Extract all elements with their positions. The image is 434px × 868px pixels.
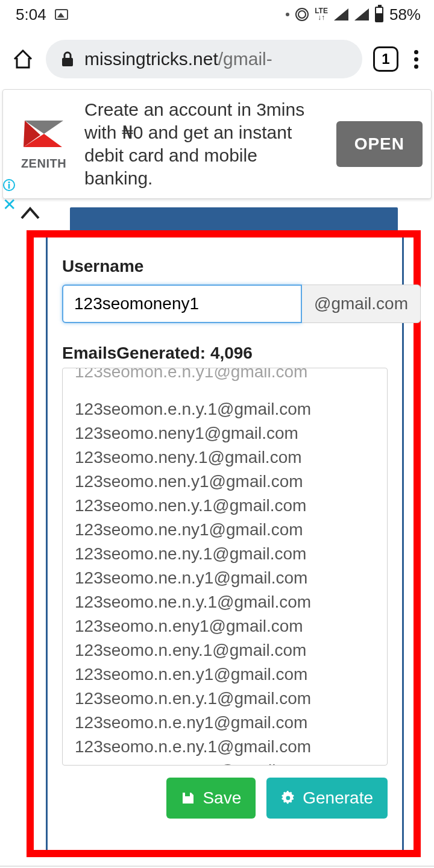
generate-button-label: Generate <box>303 788 373 808</box>
list-item: 123seomo.nen.y1@gmail.com <box>75 470 375 494</box>
tab-count: 1 <box>382 51 389 68</box>
highlight-frame: Username @gmail.com EmailsGenerated: 4,0… <box>27 230 421 857</box>
omnibox[interactable]: missingtricks.net/gmail- <box>46 40 362 78</box>
generated-emails-list[interactable]: 123seomon.e.n.y1@gmail.com 123seomon.e.n… <box>62 368 388 766</box>
action-buttons-row: Save Generate <box>62 778 388 819</box>
list-item: 123seomo.nen.y.1@gmail.com <box>75 494 375 518</box>
save-icon <box>181 791 195 805</box>
android-status-bar: 5:04 LTE ↓↑ 58% <box>0 0 434 29</box>
url-path: /gmail- <box>218 49 272 69</box>
battery-icon <box>375 7 383 22</box>
generator-panel: Username @gmail.com EmailsGenerated: 4,0… <box>46 237 404 850</box>
svg-point-5 <box>8 181 10 183</box>
list-item: 123seomo.neny.1@gmail.com <box>75 445 375 470</box>
list-item: 123seomo.n.eny1@gmail.com <box>75 614 375 638</box>
list-item: 123seomo.neny1@gmail.com <box>75 421 375 445</box>
list-item: 123seomo.n.en.y.1@gmail.com <box>75 687 375 711</box>
list-item: 123seomo.n.e.n.y1@gmail.com <box>75 759 375 766</box>
svg-rect-6 <box>8 184 10 189</box>
generate-button[interactable]: Generate <box>266 778 388 819</box>
hotspot-icon <box>295 8 309 21</box>
gear-icon <box>281 791 295 805</box>
ad-logo: ZENITH <box>9 118 78 171</box>
generated-count-value: 4,096 <box>210 344 253 362</box>
url-host: missingtricks.net <box>84 49 218 69</box>
save-button-label: Save <box>203 788 241 808</box>
lock-icon <box>60 51 75 68</box>
ad-card[interactable]: ZENITH Create an account in 3mins with ₦… <box>2 89 432 199</box>
list-item: 123seomon.e.n.y.1@gmail.com <box>75 397 375 421</box>
url-text: missingtricks.net/gmail- <box>84 49 272 69</box>
list-item: 123seomo.n.e.ny.1@gmail.com <box>75 735 375 759</box>
page-bottom-divider <box>0 866 434 867</box>
domain-suffix-badge: @gmail.com <box>302 285 421 323</box>
zenith-logo-icon <box>20 118 68 157</box>
lte-arrows-icon: ↓↑ <box>318 14 325 21</box>
save-button[interactable]: Save <box>166 778 256 819</box>
list-item: 123seomo.ne.ny1@gmail.com <box>75 518 375 542</box>
username-input[interactable] <box>62 285 302 323</box>
list-item: 123seomo.ne.n.y.1@gmail.com <box>75 590 375 614</box>
ad-copy-text: Create an account in 3mins with ₦0 and g… <box>84 98 330 190</box>
list-item: 123seomo.n.e.ny1@gmail.com <box>75 711 375 735</box>
list-item: 123seomo.n.en.y1@gmail.com <box>75 662 375 687</box>
image-notification-icon <box>55 9 68 20</box>
list-item: 123seomo.ne.n.y1@gmail.com <box>75 566 375 590</box>
list-item: 123seomo.ne.ny.1@gmail.com <box>75 542 375 566</box>
ad-info-icon[interactable] <box>2 178 16 194</box>
signal-icon-2 <box>354 8 369 20</box>
page-header-bar <box>70 207 398 233</box>
generated-count-line: EmailsGenerated: 4,096 <box>62 344 388 363</box>
dot-indicator-icon <box>286 13 289 16</box>
home-icon[interactable] <box>11 47 35 71</box>
lte-indicator-icon: LTE ↓↑ <box>315 8 328 21</box>
collapse-chevron-icon[interactable] <box>18 201 42 225</box>
battery-percent: 58% <box>389 5 421 24</box>
svg-rect-0 <box>62 58 73 66</box>
ad-open-button[interactable]: OPEN <box>336 121 423 167</box>
status-time: 5:04 <box>16 5 46 24</box>
status-left-group: 5:04 <box>16 5 68 24</box>
browser-toolbar: missingtricks.net/gmail- 1 <box>0 29 434 89</box>
list-item: 123seomon.e.n.y1@gmail.com <box>75 368 375 384</box>
ad-brand-text: ZENITH <box>21 157 66 171</box>
overflow-menu-button[interactable] <box>409 50 423 69</box>
generated-count-label: EmailsGenerated: <box>62 344 210 362</box>
signal-icon-1 <box>334 8 348 20</box>
ad-container: ZENITH Create an account in 3mins with ₦… <box>0 89 434 199</box>
ad-close-icon[interactable]: ✕ <box>2 195 16 215</box>
tabs-button[interactable]: 1 <box>373 46 398 72</box>
list-item: 123seomo.n.eny.1@gmail.com <box>75 638 375 662</box>
username-input-row: @gmail.com <box>62 285 388 323</box>
status-right-group: LTE ↓↑ 58% <box>286 5 421 24</box>
username-label: Username <box>62 257 388 276</box>
